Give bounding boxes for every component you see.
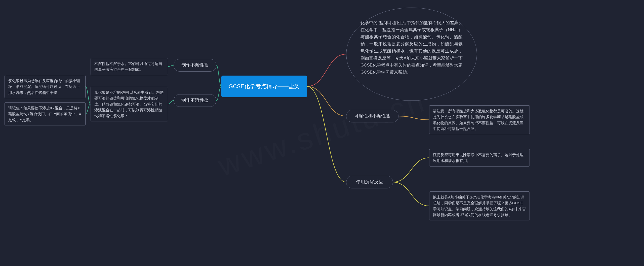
branch-soluble[interactable]: 可溶性和不溶性盐 (346, 110, 398, 122)
leaf-insoluble2-sub1[interactable]: 氯化银显示为悬浮在反应混合物中的微小颗粒，形成沉淀。沉淀物可以过滤，在滤纸上用水… (5, 75, 86, 98)
leaf-insoluble2-note[interactable]: 氯化银是不溶的-您可以从表中看到。您需要可溶的银盐和可溶的氯化物盐才能制成。硝酸… (91, 87, 168, 121)
leaf-soluble-note-text: 请注意，所有硝酸盐和大多数氯化物都是可溶的。这就是为什么您在实验室中使用的许多化… (433, 109, 524, 131)
branch-soluble-label: 可溶性和不溶性盐 (354, 113, 390, 118)
branch-precip-label: 使用沉淀反应 (356, 179, 383, 184)
leaf-precip-note1-text: 沉淀反应可用于去除溶液中不需要的离子。这对于处理饮用水和废水很有用。 (433, 153, 524, 163)
leaf-insoluble2-note-text: 氯化银是不溶的-您可以从表中看到。您需要可溶的银盐和可溶的氯化物盐才能制成。硝酸… (94, 90, 164, 118)
branch-insoluble-1-label: 制作不溶性盐 (181, 62, 209, 68)
leaf-soluble-note[interactable]: 请注意，所有硝酸盐和大多数氯化物都是可溶的。这就是为什么您在实验室中使用的许多化… (429, 105, 530, 134)
leaf-insoluble1-note[interactable]: 不溶性盐不溶于水。它们可以通过将适当的离子溶液混合在一起制成。 (91, 58, 168, 75)
leaf-insoluble2-sub2[interactable]: 请记住：如果要使不溶盐XY混合，总是将X硝酸盐与钠Y混合使用。在上面的示例中，X… (5, 102, 86, 125)
leaf-insoluble1-note-text: 不溶性盐不溶于水。它们可以通过将适当的离子溶液混合在一起制成。 (94, 61, 162, 72)
branch-insoluble-1[interactable]: 制作不溶性盐 (174, 59, 216, 72)
connectors-svg (0, 0, 644, 266)
mindmap-canvas: www.shutu.cn GCSE化学考点辅导——盐类 化学中的"盐"和我们生活… (0, 0, 644, 266)
leaf-insoluble2-sub1-text: 氯化银显示为悬浮在反应混合物中的微小颗粒，形成沉淀。沉淀物可以过滤，在滤纸上用水… (8, 79, 80, 95)
root-title: GCSE化学考点辅导——盐类 (229, 82, 300, 91)
branch-insoluble-2-label: 制作不溶性盐 (181, 98, 209, 103)
connectors-left-subs (0, 0, 644, 266)
leaf-insoluble2-sub2-text: 请记住：如果要使不溶盐XY混合，总是将X硝酸盐与钠Y混合使用。在上面的示例中，X… (8, 106, 81, 122)
leaf-precip-note2[interactable]: 以上就是A加小编关于GCSE化学考点中有关"盐"的知识总结，同学们是不是完全理解… (429, 191, 530, 220)
root-node[interactable]: GCSE化学考点辅导——盐类 (221, 76, 307, 97)
leaf-precip-note1[interactable]: 沉淀反应可用于去除溶液中不需要的离子。这对于处理饮用水和废水很有用。 (429, 149, 530, 167)
branch-precip[interactable]: 使用沉淀反应 (346, 176, 393, 188)
intro-text: 化学中的"盐"和我们生活中指代的盐有着很大的差异。在化学中，盐是指一类金属离子或… (360, 20, 463, 75)
leaf-precip-note2-text: 以上就是A加小编关于GCSE化学考点中有关"盐"的知识总结，同学们是不是完全理解… (433, 195, 526, 217)
intro-bubble[interactable]: 化学中的"盐"和我们生活中指代的盐有着很大的差异。在化学中，盐是指一类金属离子或… (346, 8, 477, 101)
branch-insoluble-2[interactable]: 制作不溶性盐 (174, 94, 216, 107)
